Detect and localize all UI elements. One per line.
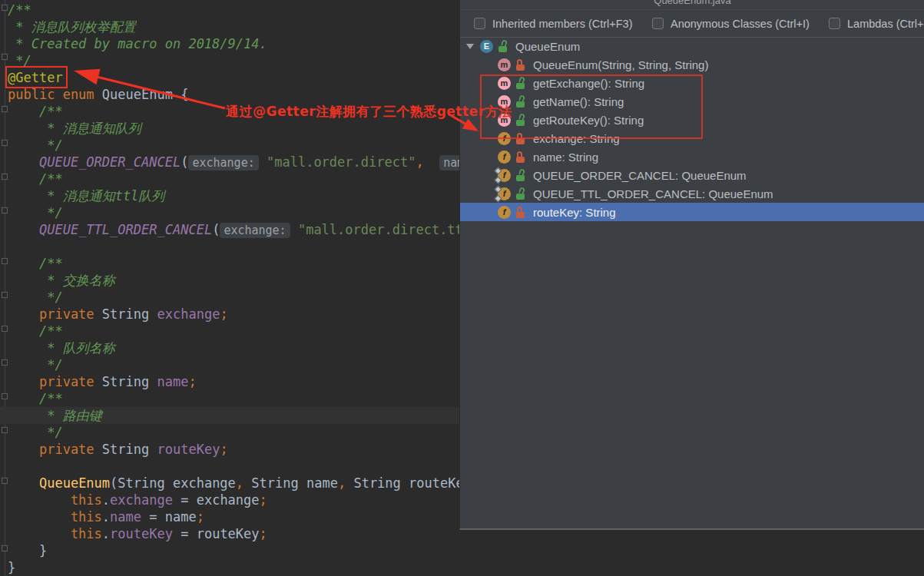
- method-icon: m: [498, 77, 511, 90]
- filter-toggle[interactable]: Anonymous Classes (Ctrl+I): [652, 10, 810, 37]
- tree-item-label: getExchange(): String: [533, 77, 644, 90]
- tree-item-queueenum[interactable]: EQueueEnum: [460, 37, 924, 55]
- tree-item-label: exchange: String: [533, 132, 620, 145]
- private-lock-icon: [516, 59, 526, 71]
- tree-item-exchange-string[interactable]: fexchange: String: [460, 129, 924, 147]
- static-mark-icon: [495, 194, 502, 202]
- checkbox-icon[interactable]: [652, 18, 664, 29]
- code-line[interactable]: }: [0, 559, 924, 576]
- tree-item-name-string[interactable]: fname: String: [460, 147, 924, 166]
- tree-item-label: QUEUE_TTL_ORDER_CANCEL: QueueEnum: [533, 187, 773, 200]
- field-icon: f: [498, 206, 511, 219]
- checkbox-icon[interactable]: [829, 18, 840, 29]
- static-mark-icon: [495, 167, 502, 174]
- ide-window: /** * 消息队列枚举配置 * Created by macro on 201…: [0, 0, 924, 576]
- tree-item-routekey-string[interactable]: frouteKey: String: [460, 203, 924, 221]
- tree-item-label: name: String: [533, 151, 598, 164]
- tree-item-getexchange-string[interactable]: mgetExchange(): String: [460, 74, 924, 92]
- parameter-hint-chip: exchange:: [188, 155, 258, 170]
- structure-filter-toolbar: Inherited members (Ctrl+F3)Anonymous Cla…: [460, 10, 924, 38]
- filter-toggle[interactable]: Lambdas (Ctrl+: [829, 10, 924, 37]
- tree-item-label: getRouteKey(): String: [533, 114, 644, 127]
- private-lock-icon: [516, 133, 526, 144]
- method-icon: m: [498, 95, 511, 108]
- static-mark-icon: [495, 176, 502, 184]
- tree-item-queueenum-string-string-string-[interactable]: mQueueEnum(String, String, String): [460, 55, 924, 74]
- tree-item-queue-order-cancel-queueenum[interactable]: fQUEUE_ORDER_CANCEL: QueueEnum: [460, 166, 924, 184]
- expand-triangle-icon[interactable]: [466, 44, 474, 49]
- tree-item-queue-ttl-order-cancel-queueenum[interactable]: fQUEUE_TTL_ORDER_CANCEL: QueueEnum: [460, 184, 924, 203]
- public-lock-icon: [516, 96, 526, 108]
- tree-item-label: QueueEnum: [515, 40, 580, 53]
- public-lock-icon: [516, 188, 526, 200]
- filter-toggle[interactable]: Inherited members (Ctrl+F3): [474, 10, 633, 37]
- enum-icon: E: [480, 40, 493, 53]
- tree-item-getroutekey-string[interactable]: mgetRouteKey(): String: [460, 111, 924, 129]
- public-lock-icon: [516, 114, 526, 126]
- tree-item-label: routeKey: String: [533, 206, 616, 219]
- method-icon: m: [498, 114, 511, 127]
- ctor-icon: m: [498, 58, 511, 71]
- filter-label: Anonymous Classes (Ctrl+I): [671, 18, 810, 30]
- static-mark-icon: [495, 185, 502, 193]
- private-lock-icon: [516, 151, 526, 163]
- public-lock-icon: [516, 78, 526, 89]
- structure-panel-title: QueueEnum.java: [460, 0, 924, 10]
- public-lock-icon: [516, 170, 526, 181]
- tree-item-label: QUEUE_ORDER_CANCEL: QueueEnum: [533, 169, 747, 182]
- structure-tree: EQueueEnummQueueEnum(String, String, Str…: [460, 37, 924, 221]
- structure-panel: QueueEnum.java Inherited members (Ctrl+F…: [459, 0, 924, 530]
- file-name-label: QueueEnum.java: [460, 0, 924, 6]
- parameter-hint-chip: exchange:: [220, 223, 290, 238]
- code-line[interactable]: }: [0, 542, 924, 559]
- public-lock-icon: [498, 41, 508, 52]
- filter-label: Lambdas (Ctrl+: [847, 18, 924, 30]
- field-icon: f: [498, 151, 511, 164]
- enum-const-icon: f: [498, 169, 511, 182]
- enum-const-icon: f: [498, 187, 511, 200]
- filter-label: Inherited members (Ctrl+F3): [492, 18, 633, 30]
- tree-item-label: getName(): String: [533, 95, 624, 108]
- private-lock-icon: [516, 207, 526, 218]
- tree-item-label: QueueEnum(String, String, String): [533, 58, 708, 71]
- field-icon: f: [498, 132, 511, 145]
- checkbox-icon[interactable]: [474, 18, 485, 29]
- tree-item-getname-string[interactable]: mgetName(): String: [460, 92, 924, 111]
